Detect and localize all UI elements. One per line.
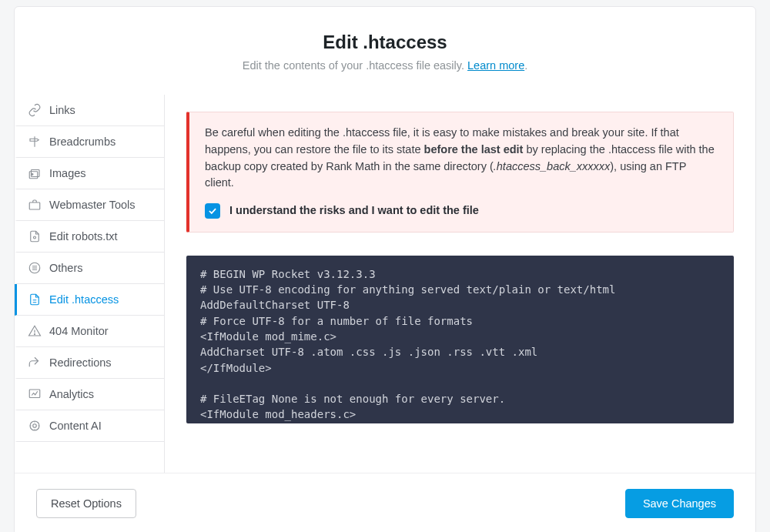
- sidebar-item-404-monitor[interactable]: 404 Monitor: [15, 316, 164, 347]
- sidebar-item-analytics[interactable]: Analytics: [15, 379, 164, 410]
- sidebar-item-edit-htaccess[interactable]: Edit .htaccess: [15, 284, 164, 316]
- briefcase-icon: [28, 198, 42, 212]
- sidebar: Links Breadcrumbs Images Webmaster Tools…: [15, 95, 165, 473]
- sidebar-item-links[interactable]: Links: [15, 95, 164, 126]
- main-content: Be careful when editing the .htaccess fi…: [165, 95, 755, 473]
- sidebar-item-redirections[interactable]: Redirections: [15, 347, 164, 379]
- svg-point-2: [32, 174, 33, 176]
- redirect-icon: [28, 356, 42, 370]
- footer-actions: Reset Options Save Changes: [15, 473, 755, 532]
- list-icon: [28, 261, 42, 275]
- check-icon: [207, 206, 218, 216]
- sidebar-item-webmaster-tools[interactable]: Webmaster Tools: [15, 189, 164, 221]
- sidebar-item-others[interactable]: Others: [15, 253, 164, 284]
- svg-rect-0: [32, 170, 40, 177]
- sidebar-item-label: Images: [49, 167, 86, 179]
- learn-more-link[interactable]: Learn more: [467, 59, 524, 72]
- sidebar-item-edit-robots[interactable]: Edit robots.txt: [15, 221, 164, 253]
- sidebar-item-images[interactable]: Images: [15, 158, 164, 189]
- sidebar-item-label: Links: [49, 104, 75, 116]
- svg-point-8: [33, 424, 37, 428]
- svg-point-4: [34, 236, 36, 239]
- file-code-icon: [28, 229, 42, 243]
- sidebar-item-label: Edit .htaccess: [49, 293, 119, 306]
- sidebar-item-label: 404 Monitor: [49, 325, 109, 337]
- alert-icon: [28, 324, 42, 338]
- warning-box: Be careful when editing the .htaccess fi…: [186, 112, 734, 233]
- sidebar-item-label: Breadcrumbs: [49, 136, 116, 148]
- understand-risks-checkbox[interactable]: [205, 203, 220, 219]
- save-changes-button[interactable]: Save Changes: [625, 489, 734, 518]
- images-icon: [28, 166, 42, 180]
- signpost-icon: [28, 135, 42, 149]
- chart-icon: [28, 387, 42, 401]
- ai-icon: [28, 419, 42, 433]
- svg-rect-1: [29, 172, 38, 179]
- reset-options-button[interactable]: Reset Options: [36, 489, 136, 518]
- htaccess-editor[interactable]: [186, 256, 734, 423]
- sidebar-item-content-ai[interactable]: Content AI: [15, 410, 164, 442]
- understand-risks-label: I understand the risks and I want to edi…: [229, 202, 479, 219]
- svg-point-6: [35, 334, 35, 335]
- sidebar-item-breadcrumbs[interactable]: Breadcrumbs: [15, 126, 164, 158]
- file-edit-icon: [28, 293, 42, 306]
- svg-rect-3: [29, 202, 40, 209]
- sidebar-item-label: Edit robots.txt: [49, 230, 118, 243]
- sidebar-item-label: Redirections: [49, 356, 112, 369]
- sidebar-item-label: Webmaster Tools: [49, 199, 135, 211]
- svg-point-9: [30, 421, 39, 430]
- page-title: Edit .htaccess: [30, 32, 740, 53]
- page-subtitle: Edit the contents of your .htaccess file…: [30, 59, 740, 72]
- link-icon: [28, 103, 42, 117]
- page-header: Edit .htaccess Edit the contents of your…: [15, 7, 755, 95]
- sidebar-item-label: Analytics: [49, 388, 94, 400]
- sidebar-item-label: Content AI: [49, 420, 102, 432]
- warning-text: Be careful when editing the .htaccess fi…: [205, 125, 718, 192]
- sidebar-item-label: Others: [49, 262, 83, 274]
